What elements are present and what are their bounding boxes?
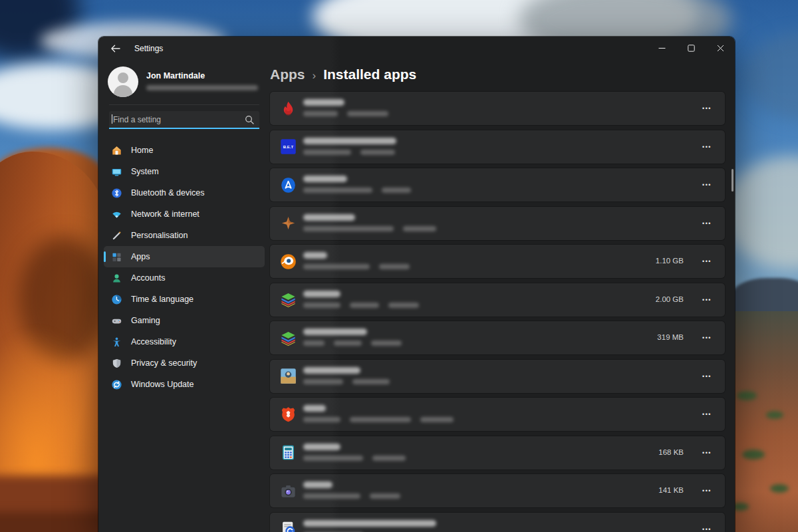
redacted-app-name xyxy=(303,291,340,297)
bet-app-icon: B.E.T xyxy=(279,138,297,156)
sidebar-item-label: Home xyxy=(131,146,153,155)
app-row-10: 168 KB ••• xyxy=(270,436,725,469)
chevron-right-icon: › xyxy=(313,69,317,82)
avatar xyxy=(108,66,138,97)
redacted-app-details xyxy=(303,417,454,422)
more-options-button[interactable]: ••• xyxy=(697,176,717,194)
window-controls xyxy=(647,37,735,61)
svg-text:B.E.T: B.E.T xyxy=(283,145,293,149)
more-options-button[interactable]: ••• xyxy=(697,215,717,232)
breadcrumb-apps[interactable]: Apps xyxy=(270,66,305,82)
redacted-app-meta xyxy=(350,303,379,308)
system-icon xyxy=(110,166,122,178)
brave-app-icon xyxy=(279,405,297,424)
titlebar: Settings xyxy=(98,37,735,61)
app-size: 1.10 GB xyxy=(656,257,684,265)
more-options-button[interactable]: ••• xyxy=(697,329,717,346)
redacted-app-meta xyxy=(420,417,454,422)
profile-text: Jon Martindale xyxy=(146,71,258,93)
redacted-app-name xyxy=(303,214,355,221)
time-icon xyxy=(110,293,122,305)
redacted-app-name xyxy=(303,520,436,527)
blender-app-icon xyxy=(279,252,297,271)
sidebar-item-label: Windows Update xyxy=(131,380,194,389)
redacted-app-meta xyxy=(303,303,340,308)
settings-window: Settings Jon Martindale Home System xyxy=(98,37,735,532)
sidebar-item-label: Network & internet xyxy=(131,209,200,219)
redacted-app-details xyxy=(303,188,411,193)
more-options-button[interactable]: ••• xyxy=(697,253,717,270)
app-row-12: ••• xyxy=(270,513,725,532)
sidebar-item-gaming[interactable]: Gaming xyxy=(104,310,265,331)
sidebar-item-system[interactable]: System xyxy=(104,161,265,182)
app-row-7: 319 MB ••• xyxy=(270,321,725,354)
redacted-app-meta xyxy=(370,493,400,499)
spark-app-icon xyxy=(279,214,297,233)
stacks-app-icon xyxy=(279,291,297,309)
gaming-icon xyxy=(110,315,122,327)
minimize-button[interactable] xyxy=(647,37,676,59)
account-email-redacted xyxy=(146,85,258,90)
sidebar-nav: Home System Bluetooth & devices Network … xyxy=(104,140,265,395)
sidebar-item-label: Accounts xyxy=(131,273,165,283)
redacted-app-meta xyxy=(372,456,406,461)
settings-search xyxy=(109,111,259,129)
back-button[interactable] xyxy=(105,40,125,57)
page-title: Installed apps xyxy=(323,66,416,82)
redacted-app-meta xyxy=(352,379,390,384)
main-content: Apps › Installed apps ••• B.E.T ••• ••• … xyxy=(270,61,735,532)
sidebar-item-network-internet[interactable]: Network & internet xyxy=(104,203,265,225)
more-options-button[interactable]: ••• xyxy=(697,406,717,423)
redacted-app-name xyxy=(303,252,327,259)
more-options-button[interactable]: ••• xyxy=(697,291,717,309)
more-options-button[interactable]: ••• xyxy=(697,444,717,462)
app-row-6: 2.00 GB ••• xyxy=(270,283,725,317)
more-options-button[interactable]: ••• xyxy=(697,521,717,532)
redacted-app-meta xyxy=(303,456,363,461)
redacted-app-meta xyxy=(350,417,411,422)
app-row-2: B.E.T ••• xyxy=(270,130,725,164)
sidebar-item-windows-update[interactable]: Windows Update xyxy=(104,374,265,395)
redacted-app-details xyxy=(303,303,419,308)
wallpaper-shrub xyxy=(770,484,789,493)
more-options-button[interactable]: ••• xyxy=(697,482,717,499)
redacted-app-name xyxy=(303,329,367,335)
more-options-button[interactable]: ••• xyxy=(697,138,717,156)
sidebar-item-personalisation[interactable]: Personalisation xyxy=(104,225,265,246)
sidebar-item-time-language[interactable]: Time & language xyxy=(104,289,265,310)
search-icon[interactable] xyxy=(245,115,254,124)
privacy-icon xyxy=(110,357,122,369)
redacted-app-name xyxy=(303,176,347,182)
sidebar-divider xyxy=(109,104,259,105)
app-row-3: ••• xyxy=(270,168,725,201)
sidebar-item-accessibility[interactable]: Accessibility xyxy=(104,331,265,352)
redacted-app-meta xyxy=(303,111,338,116)
account-profile[interactable]: Jon Martindale xyxy=(108,66,261,97)
more-options-button[interactable]: ••• xyxy=(697,368,717,385)
sidebar-item-apps[interactable]: Apps xyxy=(104,246,265,267)
loop-app-icon xyxy=(279,176,297,194)
close-button[interactable] xyxy=(706,37,735,59)
sidebar-item-bluetooth-devices[interactable]: Bluetooth & devices xyxy=(104,182,265,203)
stacks-app-icon xyxy=(279,329,297,347)
maximize-button[interactable] xyxy=(676,37,706,59)
redacted-app-meta xyxy=(303,150,351,155)
personalisation-icon xyxy=(110,229,122,241)
search-input[interactable] xyxy=(109,115,245,124)
app-row-4: ••• xyxy=(270,207,725,240)
more-options-button[interactable]: ••• xyxy=(697,100,717,117)
sidebar-item-privacy-security[interactable]: Privacy & security xyxy=(104,352,265,374)
wallpaper-shrub xyxy=(742,450,765,460)
redacted-app-name xyxy=(303,405,326,412)
sidebar-item-label: Privacy & security xyxy=(131,358,197,368)
scrollbar-thumb[interactable] xyxy=(732,169,733,192)
sidebar-item-accounts[interactable]: Accounts xyxy=(104,267,265,289)
redacted-app-details xyxy=(303,456,406,461)
sidebar-item-home[interactable]: Home xyxy=(104,140,265,161)
redacted-app-meta xyxy=(347,111,388,116)
redacted-app-meta xyxy=(371,340,402,346)
accounts-icon xyxy=(110,272,122,284)
app-row-5: 1.10 GB ••• xyxy=(270,245,725,278)
app-size: 2.00 GB xyxy=(656,295,684,303)
redacted-app-meta xyxy=(382,188,411,193)
